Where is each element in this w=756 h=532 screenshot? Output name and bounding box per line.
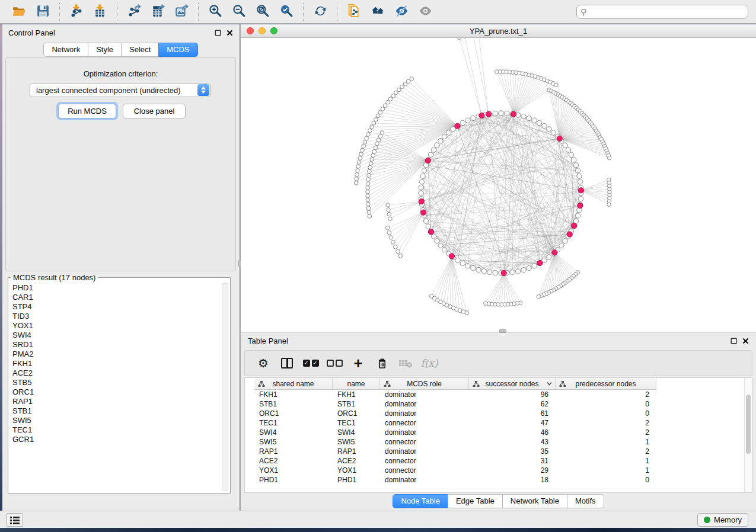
- criterion-dropdown[interactable]: largest connected component (undirected): [30, 83, 210, 97]
- result-node-item[interactable]: ACE2: [12, 368, 230, 378]
- search-icon: ⚲: [580, 7, 586, 17]
- import-network-button[interactable]: [65, 2, 88, 22]
- cell: 35: [469, 447, 556, 456]
- result-node-item[interactable]: ORC1: [12, 387, 230, 397]
- app-window: ⚲ Control Panel NetworkStyleSelectMCDS: [0, 0, 756, 532]
- cell: SWI5: [254, 437, 333, 447]
- result-node-item[interactable]: PHD1: [12, 283, 230, 293]
- table-row[interactable]: TEC1TEC1connector472: [245, 418, 752, 428]
- home-network-button[interactable]: [366, 2, 390, 22]
- result-node-item[interactable]: SWI5: [12, 416, 230, 425]
- column-header-MCDS-role[interactable]: MCDS role: [380, 378, 469, 390]
- zoom-selected-button[interactable]: [275, 2, 298, 22]
- table-scrollbar[interactable]: [744, 378, 752, 492]
- tab-network-table[interactable]: Network Table: [502, 494, 567, 508]
- close-panel-icon[interactable]: [227, 30, 233, 36]
- result-node-item[interactable]: FKH1: [12, 359, 230, 368]
- table-row[interactable]: FKH1FKH1dominator962: [245, 390, 752, 399]
- export-table-button[interactable]: [146, 2, 170, 22]
- result-list-scrollbar[interactable]: [222, 283, 228, 491]
- result-node-item[interactable]: STP4: [12, 302, 230, 312]
- optimization-criterion-label: Optimization criterion:: [6, 69, 235, 78]
- deselect-all-button[interactable]: [324, 354, 344, 373]
- cell: 46: [469, 428, 556, 437]
- zoom-fit-icon: [256, 4, 270, 20]
- hide-selected-button[interactable]: [390, 2, 413, 22]
- task-history-button[interactable]: [7, 513, 23, 527]
- cell: SWI5: [333, 437, 380, 447]
- result-node-item[interactable]: SWI4: [12, 331, 230, 340]
- columns-button[interactable]: [277, 354, 297, 373]
- save-button[interactable]: [31, 2, 55, 22]
- network-canvas[interactable]: [241, 38, 756, 332]
- tab-network[interactable]: Network: [43, 43, 88, 57]
- import-network-icon: [69, 4, 84, 20]
- search-box[interactable]: ⚲: [576, 5, 748, 19]
- table-row[interactable]: RAP1RAP1dominator352: [245, 447, 752, 456]
- zoom-out-button[interactable]: [227, 2, 251, 22]
- table-row[interactable]: STB1STB1dominator620: [245, 399, 752, 409]
- cell: 1: [556, 456, 656, 466]
- add-button[interactable]: +: [348, 354, 368, 373]
- tab-select[interactable]: Select: [121, 43, 159, 57]
- show-selected-icon: [418, 4, 433, 20]
- share-document-button[interactable]: [342, 2, 366, 22]
- result-node-item[interactable]: RAP1: [12, 397, 230, 406]
- tab-motifs[interactable]: Motifs: [567, 494, 604, 508]
- result-node-item[interactable]: CAR1: [12, 293, 230, 302]
- cell: SWI4: [254, 428, 333, 437]
- table-row[interactable]: ACE2ACE2connector311: [245, 456, 752, 466]
- zoom-fit-button[interactable]: [251, 2, 275, 22]
- cell: 0: [556, 409, 656, 418]
- search-input[interactable]: [589, 7, 748, 17]
- cell: 43: [469, 437, 556, 447]
- export-network-button[interactable]: [122, 2, 146, 22]
- export-network-icon: [127, 4, 142, 20]
- horizontal-splitter-handle[interactable]: [499, 329, 506, 333]
- float-table-panel-icon[interactable]: [731, 338, 737, 344]
- close-panel-button[interactable]: Close panel: [123, 104, 186, 118]
- close-table-panel-icon[interactable]: [742, 338, 749, 344]
- result-node-item[interactable]: SRD1: [12, 340, 230, 350]
- refresh-button[interactable]: [308, 2, 332, 22]
- cell: RAP1: [333, 447, 380, 456]
- result-node-item[interactable]: STB5: [12, 378, 230, 387]
- cell: 2: [556, 447, 656, 456]
- column-header-predecessor-nodes[interactable]: predecessor nodes: [556, 378, 656, 390]
- result-node-item[interactable]: GCR1: [12, 435, 230, 444]
- result-node-item[interactable]: TID3: [12, 312, 230, 321]
- toolbar-separator: [117, 3, 117, 21]
- import-table-button[interactable]: [88, 2, 112, 22]
- result-node-item[interactable]: YOX1: [12, 321, 230, 331]
- table-row[interactable]: YOX1YOX1connector291: [245, 466, 752, 475]
- table-row[interactable]: SWI5SWI5connector431: [245, 437, 752, 447]
- result-node-item[interactable]: PMA2: [12, 350, 230, 359]
- column-header-shared-name[interactable]: shared name: [254, 378, 333, 390]
- cell: 2: [556, 390, 656, 399]
- result-node-item[interactable]: TEC1: [12, 425, 230, 435]
- delete-button[interactable]: [372, 354, 392, 373]
- table-row[interactable]: SWI4SWI4dominator462: [245, 428, 752, 437]
- export-image-button[interactable]: [170, 2, 193, 22]
- column-header-name[interactable]: name: [333, 378, 380, 390]
- cell: STB1: [254, 399, 333, 409]
- table-row[interactable]: ORC1ORC1dominator610: [245, 409, 752, 418]
- tab-edge-table[interactable]: Edge Table: [448, 494, 503, 508]
- tab-node-table[interactable]: Node Table: [393, 494, 448, 508]
- tab-style[interactable]: Style: [88, 43, 122, 57]
- gear-button[interactable]: ⚙: [253, 354, 273, 373]
- float-panel-icon[interactable]: [215, 30, 221, 36]
- status-bar: Memory: [0, 511, 756, 528]
- memory-button[interactable]: Memory: [697, 513, 748, 527]
- run-mcds-button[interactable]: Run MCDS: [58, 104, 116, 118]
- table-row[interactable]: PHD1PHD1dominator180: [245, 475, 752, 485]
- column-header-successor-nodes[interactable]: successor nodes: [469, 378, 556, 390]
- result-node-item[interactable]: STB1: [12, 406, 230, 416]
- open-folder-button[interactable]: [7, 2, 31, 22]
- table-scrollbar-thumb[interactable]: [746, 395, 751, 454]
- cell: dominator: [380, 428, 469, 437]
- select-all-button[interactable]: ✓✓: [301, 354, 321, 373]
- tab-mcds[interactable]: MCDS: [158, 43, 197, 57]
- zoom-in-button[interactable]: [203, 2, 227, 22]
- show-selected-button[interactable]: [413, 2, 437, 22]
